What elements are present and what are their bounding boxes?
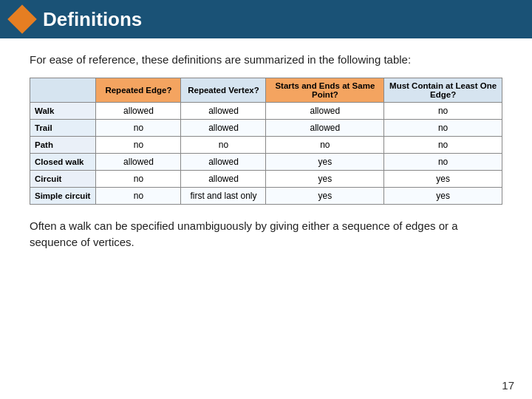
row-data-cell: allowed xyxy=(181,120,266,137)
row-data-cell: no xyxy=(96,120,181,137)
row-data-cell: no xyxy=(266,137,384,154)
row-label-cell: Circuit xyxy=(30,171,96,188)
table-row: Walkallowedallowedallowedno xyxy=(30,103,502,120)
row-data-cell: no xyxy=(96,171,181,188)
row-data-cell: yes xyxy=(266,171,384,188)
row-data-cell: yes xyxy=(384,188,502,205)
diamond-icon xyxy=(7,4,37,34)
table-row: Circuitnoallowedyesyes xyxy=(30,171,502,188)
row-data-cell: yes xyxy=(266,188,384,205)
header-bar: Definitions xyxy=(0,0,532,38)
row-data-cell: no xyxy=(181,137,266,154)
intro-text: For ease of reference, these definitions… xyxy=(30,52,502,67)
table-row: Pathnononono xyxy=(30,137,502,154)
definitions-table: Repeated Edge? Repeated Vertex? Starts a… xyxy=(30,78,502,205)
row-data-cell: allowed xyxy=(181,103,266,120)
row-data-cell: yes xyxy=(266,154,384,171)
col-header-3: Starts and Ends at Same Point? xyxy=(266,78,384,103)
col-header-1: Repeated Edge? xyxy=(96,78,181,103)
row-data-cell: no xyxy=(384,154,502,171)
row-data-cell: yes xyxy=(384,171,502,188)
row-data-cell: no xyxy=(96,188,181,205)
col-header-2: Repeated Vertex? xyxy=(181,78,266,103)
row-data-cell: allowed xyxy=(96,103,181,120)
row-label-cell: Trail xyxy=(30,120,96,137)
col-header-4: Must Contain at Least One Edge? xyxy=(384,78,502,103)
row-data-cell: allowed xyxy=(96,154,181,171)
row-data-cell: no xyxy=(384,120,502,137)
table-row: Trailnoallowedallowedno xyxy=(30,120,502,137)
row-data-cell: allowed xyxy=(181,154,266,171)
slide-body: For ease of reference, these definitions… xyxy=(0,38,532,267)
row-data-cell: allowed xyxy=(266,103,384,120)
table-row: Simple circuitnofirst and last onlyyesye… xyxy=(30,188,502,205)
table-row: Closed walkallowedallowedyesno xyxy=(30,154,502,171)
row-label-cell: Simple circuit xyxy=(30,188,96,205)
row-data-cell: allowed xyxy=(181,171,266,188)
row-data-cell: no xyxy=(384,137,502,154)
row-data-cell: first and last only xyxy=(181,188,266,205)
row-label-cell: Path xyxy=(30,137,96,154)
row-label-cell: Closed walk xyxy=(30,154,96,171)
col-header-0 xyxy=(30,78,96,103)
row-data-cell: no xyxy=(384,103,502,120)
slide-title: Definitions xyxy=(43,8,142,31)
closing-text: Often a walk can be specified unambiguou… xyxy=(30,218,502,250)
row-data-cell: no xyxy=(96,137,181,154)
row-label-cell: Walk xyxy=(30,103,96,120)
slide-number: 17 xyxy=(502,379,514,392)
row-data-cell: allowed xyxy=(266,120,384,137)
